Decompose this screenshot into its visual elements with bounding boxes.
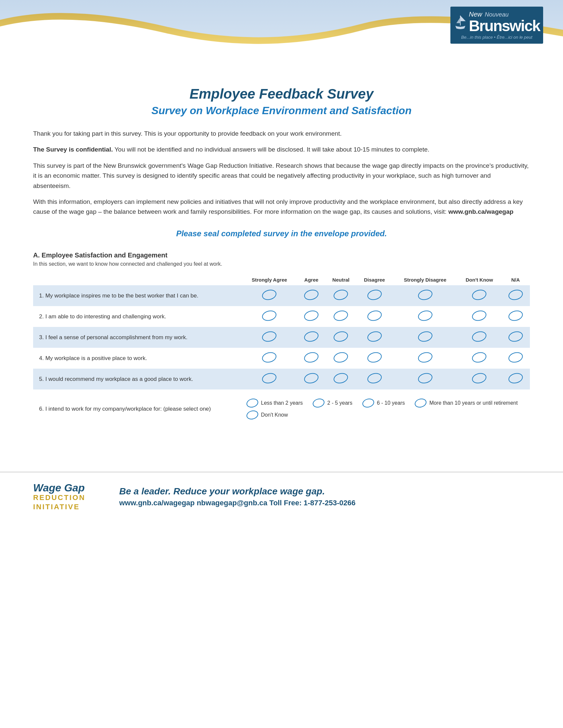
radio-cell-q5-c2[interactable] (326, 369, 356, 389)
table-row: 2. I am able to do interesting and chall… (33, 306, 530, 327)
col-dont-know: Don't Know (457, 274, 501, 285)
radio-cell-q2-c1[interactable] (297, 306, 326, 327)
survey-table: Strongly Agree Agree Neutral Disagree St… (33, 274, 530, 429)
radio-oval[interactable] (303, 309, 320, 322)
radio-cell-q4-c3[interactable] (356, 348, 393, 369)
radio-cell-q4-c2[interactable] (326, 348, 356, 369)
sub-title: Survey on Workplace Environment and Sati… (33, 105, 530, 117)
radio-cell-q2-c5[interactable] (457, 306, 501, 327)
radio-oval[interactable] (417, 351, 433, 364)
section-a-desc: In this section, we want to know how con… (33, 260, 530, 268)
radio-cell-q3-c2[interactable] (326, 327, 356, 348)
question-text-1: 1. My workplace inspires me to be the be… (33, 285, 242, 306)
q6-option-4[interactable]: Don't Know (246, 411, 288, 419)
radio-cell-q1-c4[interactable] (393, 285, 457, 306)
radio-oval[interactable] (507, 351, 524, 364)
radio-oval[interactable] (366, 330, 383, 343)
radio-oval[interactable] (261, 330, 277, 343)
radio-oval[interactable] (471, 309, 488, 322)
radio-oval[interactable] (303, 330, 320, 343)
radio-oval[interactable] (507, 309, 524, 322)
radio-cell-q5-c4[interactable] (393, 369, 457, 389)
radio-cell-q4-c0[interactable] (242, 348, 297, 369)
radio-cell-q3-c0[interactable] (242, 327, 297, 348)
q6-options-cell: Less than 2 years2 - 5 years6 - 10 years… (242, 389, 530, 429)
radio-cell-q1-c1[interactable] (297, 285, 326, 306)
radio-oval[interactable] (333, 288, 349, 301)
radio-cell-q4-c1[interactable] (297, 348, 326, 369)
radio-oval-small[interactable] (312, 397, 326, 409)
radio-oval[interactable] (333, 372, 349, 385)
radio-cell-q4-c6[interactable] (501, 348, 530, 369)
confidential-label: The Survey is confidential. (33, 146, 113, 153)
table-row: 5. I would recommend my workplace as a g… (33, 369, 530, 389)
radio-oval[interactable] (333, 330, 349, 343)
q6-option-0[interactable]: Less than 2 years (246, 399, 303, 407)
radio-oval[interactable] (303, 288, 320, 301)
radio-oval[interactable] (303, 351, 320, 364)
q6-option-3[interactable]: More than 10 years or until retirement (415, 399, 518, 407)
table-row-q6: 6. I intend to work for my company/workp… (33, 389, 530, 429)
radio-cell-q3-c4[interactable] (393, 327, 457, 348)
radio-cell-q5-c6[interactable] (501, 369, 530, 389)
radio-cell-q1-c6[interactable] (501, 285, 530, 306)
radio-oval[interactable] (471, 330, 488, 343)
radio-oval[interactable] (471, 351, 488, 364)
q6-option-2[interactable]: 6 - 10 years (362, 399, 405, 407)
radio-oval-small[interactable] (245, 409, 259, 421)
col-neutral: Neutral (326, 274, 356, 285)
col-strongly-agree: Strongly Agree (242, 274, 297, 285)
radio-oval[interactable] (366, 309, 383, 322)
radio-oval[interactable] (507, 372, 524, 385)
radio-cell-q2-c4[interactable] (393, 306, 457, 327)
radio-cell-q2-c2[interactable] (326, 306, 356, 327)
radio-oval[interactable] (417, 309, 433, 322)
radio-oval[interactable] (261, 309, 277, 322)
radio-cell-q5-c5[interactable] (457, 369, 501, 389)
col-strongly-disagree: Strongly Disagree (393, 274, 457, 285)
radio-oval-small[interactable] (414, 397, 428, 409)
radio-cell-q1-c3[interactable] (356, 285, 393, 306)
radio-oval[interactable] (417, 330, 433, 343)
radio-oval[interactable] (471, 288, 488, 301)
radio-oval[interactable] (417, 288, 433, 301)
radio-oval[interactable] (417, 372, 433, 385)
radio-cell-q3-c3[interactable] (356, 327, 393, 348)
radio-cell-q4-c4[interactable] (393, 348, 457, 369)
radio-cell-q2-c3[interactable] (356, 306, 393, 327)
radio-oval[interactable] (366, 372, 383, 385)
radio-oval[interactable] (261, 288, 277, 301)
radio-cell-q3-c1[interactable] (297, 327, 326, 348)
radio-cell-q1-c5[interactable] (457, 285, 501, 306)
radio-oval[interactable] (507, 330, 524, 343)
question-text-5: 5. I would recommend my workplace as a g… (33, 369, 242, 389)
radio-oval[interactable] (507, 288, 524, 301)
radio-oval-small[interactable] (361, 397, 375, 409)
radio-cell-q2-c6[interactable] (501, 306, 530, 327)
radio-oval[interactable] (303, 372, 320, 385)
radio-cell-q2-c0[interactable] (242, 306, 297, 327)
radio-cell-q3-c5[interactable] (457, 327, 501, 348)
radio-oval[interactable] (261, 372, 277, 385)
radio-oval[interactable] (471, 372, 488, 385)
radio-cell-q1-c0[interactable] (242, 285, 297, 306)
radio-cell-q5-c0[interactable] (242, 369, 297, 389)
radio-oval[interactable] (261, 351, 277, 364)
radio-cell-q4-c5[interactable] (457, 348, 501, 369)
radio-cell-q5-c1[interactable] (297, 369, 326, 389)
footer-tagline: Be a leader. Reduce your workplace wage … (119, 486, 530, 497)
radio-cell-q3-c6[interactable] (501, 327, 530, 348)
radio-oval[interactable] (333, 351, 349, 364)
page-subtitle-container: Survey on Workplace Environment and Sati… (33, 105, 530, 117)
main-title: Employee Feedback Survey (33, 86, 530, 102)
seal-notice: Please seal completed survey in the enve… (33, 229, 530, 238)
col-question (33, 274, 242, 285)
radio-cell-q1-c2[interactable] (326, 285, 356, 306)
q6-option-1[interactable]: 2 - 5 years (313, 399, 352, 407)
radio-oval[interactable] (366, 351, 383, 364)
radio-oval-small[interactable] (245, 397, 259, 409)
radio-cell-q5-c3[interactable] (356, 369, 393, 389)
radio-oval[interactable] (333, 309, 349, 322)
radio-oval[interactable] (366, 288, 383, 301)
website-link: www.gnb.ca/wagegap (448, 208, 514, 215)
